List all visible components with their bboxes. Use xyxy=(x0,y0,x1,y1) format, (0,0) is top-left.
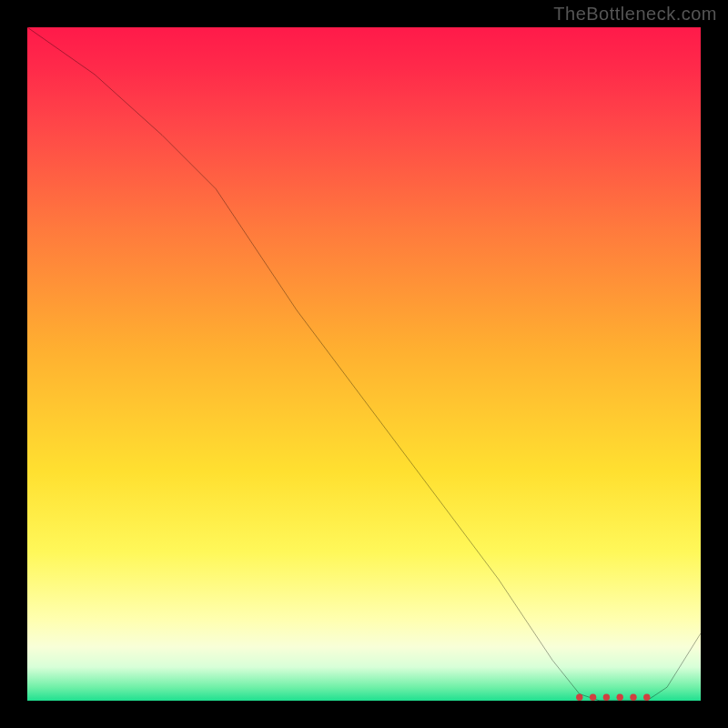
marker-dot xyxy=(603,694,610,701)
marker-dot xyxy=(630,694,636,701)
primary-curve xyxy=(27,27,701,701)
plot-area xyxy=(27,27,701,701)
watermark-text: TheBottleneck.com xyxy=(553,4,717,25)
flat-region-markers xyxy=(576,694,650,701)
marker-dot xyxy=(576,694,582,701)
marker-dot xyxy=(590,694,596,701)
line-curve-svg xyxy=(27,27,701,701)
marker-dot xyxy=(643,694,650,701)
marker-dot xyxy=(617,694,623,701)
chart-frame: TheBottleneck.com xyxy=(0,0,728,728)
